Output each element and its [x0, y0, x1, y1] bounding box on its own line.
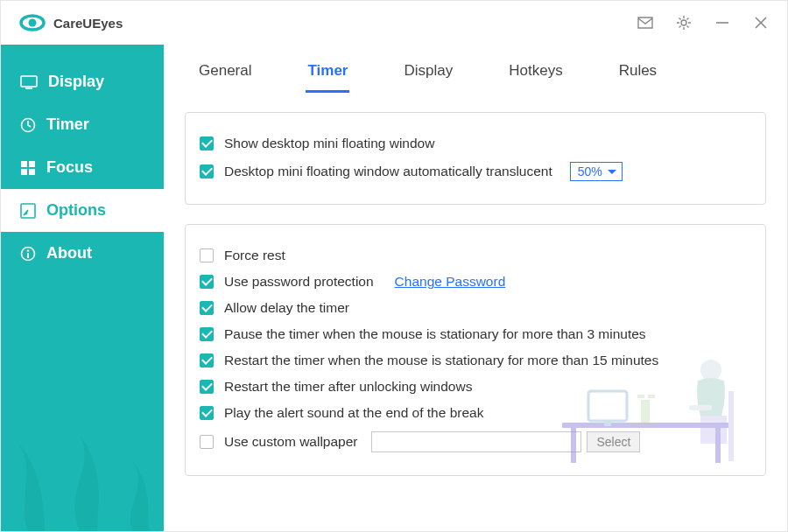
- allow-delay-checkbox[interactable]: [200, 301, 214, 315]
- sidebar-item-timer[interactable]: Timer: [1, 103, 164, 146]
- play-alert-checkbox[interactable]: [200, 406, 214, 420]
- settings-gear-icon[interactable]: [675, 14, 693, 32]
- password-protect-checkbox[interactable]: [200, 275, 214, 289]
- minimize-icon[interactable]: [714, 14, 731, 32]
- restart-mouse-label: Restart the timer when the mouse is stat…: [224, 353, 658, 368]
- wallpaper-path-input[interactable]: [371, 431, 581, 452]
- tab-hotkeys[interactable]: Hotkeys: [507, 57, 564, 93]
- svg-rect-4: [21, 76, 37, 87]
- svg-rect-14: [27, 253, 29, 258]
- sidebar-item-display[interactable]: Display: [1, 60, 164, 103]
- force-rest-checkbox[interactable]: [200, 248, 214, 262]
- main-content: General Timer Display Hotkeys Rules Show…: [164, 45, 787, 531]
- tab-general[interactable]: General: [197, 57, 253, 93]
- sidebar-item-about[interactable]: About: [1, 232, 164, 275]
- sidebar-item-label: Focus: [46, 158, 93, 177]
- restart-mouse-checkbox[interactable]: [200, 354, 214, 368]
- sidebar-leaves-icon: [1, 391, 164, 531]
- svg-rect-7: [21, 161, 27, 167]
- restart-unlock-label: Restart the timer after unlocking window…: [224, 379, 472, 395]
- change-password-link[interactable]: Change Password: [395, 274, 506, 290]
- focus-icon: [20, 160, 36, 176]
- svg-rect-9: [21, 169, 27, 175]
- password-protect-label: Use password protection: [224, 274, 374, 290]
- tab-timer[interactable]: Timer: [306, 57, 349, 93]
- display-icon: [20, 75, 38, 89]
- show-mini-label: Show desktop mini floating window: [224, 136, 434, 151]
- sidebar-item-label: Timer: [46, 116, 89, 134]
- tab-display[interactable]: Display: [402, 57, 454, 93]
- tabs: General Timer Display Hotkeys Rules: [185, 57, 766, 93]
- feedback-icon[interactable]: [637, 14, 654, 32]
- svg-point-2: [681, 20, 686, 25]
- pause-mouse-checkbox[interactable]: [200, 327, 214, 341]
- titlebar: CareUEyes: [1, 1, 787, 45]
- tab-rules[interactable]: Rules: [617, 57, 658, 93]
- custom-wallpaper-checkbox[interactable]: [200, 435, 214, 449]
- panel-timer-options: Force rest Use password protection Chang…: [185, 224, 766, 476]
- info-icon: [20, 246, 36, 262]
- restart-unlock-checkbox[interactable]: [200, 380, 214, 394]
- sidebar-item-focus[interactable]: Focus: [1, 146, 164, 189]
- svg-point-1: [29, 19, 37, 27]
- wallpaper-select-button[interactable]: Select: [587, 431, 640, 452]
- sidebar-item-label: About: [46, 244, 92, 262]
- translucent-percent-select[interactable]: 50%: [570, 162, 623, 181]
- auto-translucent-label: Desktop mini floating window automatical…: [224, 164, 552, 179]
- close-icon[interactable]: [752, 14, 770, 32]
- app-title: CareUEyes: [53, 16, 123, 31]
- clock-icon: [20, 117, 36, 133]
- auto-translucent-checkbox[interactable]: [200, 164, 214, 178]
- sidebar-item-label: Display: [48, 73, 104, 91]
- play-alert-label: Play the alert sound at the end of the b…: [224, 405, 483, 421]
- svg-point-13: [27, 249, 29, 251]
- show-mini-checkbox[interactable]: [200, 136, 214, 150]
- panel-floating-window: Show desktop mini floating window Deskto…: [185, 112, 766, 205]
- sidebar-item-options[interactable]: Options: [1, 189, 164, 232]
- svg-rect-10: [29, 169, 35, 175]
- svg-rect-8: [29, 161, 35, 167]
- force-rest-label: Force rest: [224, 248, 285, 263]
- custom-wallpaper-label: Use custom wallpaper: [224, 434, 357, 450]
- sidebar-item-label: Options: [46, 201, 106, 220]
- sidebar: Display Timer Focus Options About: [1, 45, 164, 531]
- allow-delay-label: Allow delay the timer: [224, 300, 349, 316]
- options-icon: [20, 203, 36, 219]
- pause-mouse-label: Pause the timer when the mouse is statio…: [224, 326, 646, 342]
- app-logo-icon: [18, 12, 46, 33]
